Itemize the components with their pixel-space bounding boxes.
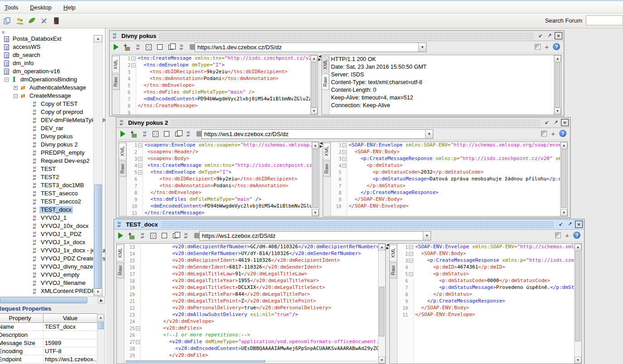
submit-request-button[interactable] [119,130,127,138]
tree-item-vyvoj-10x-docx[interactable]: SOAPVYVOJ_10x_docx [0,222,93,230]
recreate-request-button[interactable] [149,232,158,240]
create-empty-button[interactable] [162,130,171,138]
column-header-value[interactable]: Value [43,314,97,323]
editor-scrollbar[interactable]: ▲▼ [312,142,319,216]
help-icon[interactable]: ? [553,43,560,50]
window-title-bar[interactable]: SOAPTEST_docx↙↗✕ [114,219,584,230]
fold-collapse-icon[interactable]: − [409,245,413,249]
split-layout-icon[interactable] [555,232,561,238]
maximize-window-icon[interactable]: ↗ [552,119,560,126]
property-value[interactable]: 15989 [43,339,97,347]
tab-xml[interactable]: XML [323,143,331,160]
tree-expander-icon[interactable]: − [5,78,9,82]
tree-expander-icon[interactable]: + [14,86,18,90]
endpoint-url[interactable]: https://ws1.czebox.cz/DS/dz [200,232,423,239]
close-window-icon[interactable]: ✕ [575,221,583,228]
search-forum-input[interactable] [586,15,623,25]
tree-item-predpr-empty[interactable]: SOAPPREDPR_empty [0,149,93,157]
scrollbar-thumb[interactable] [98,322,104,329]
property-value[interactable]: https://ws1.czebox... [43,355,97,364]
splitter-collapse-right-icon[interactable]: ▶ [319,145,323,148]
scroll-down-icon[interactable]: ▼ [561,209,567,216]
tree-item-copy-of-test[interactable]: SOAPCopy of TEST [0,100,93,108]
tab-xml[interactable]: XML [322,56,329,73]
copy-icon[interactable] [3,16,12,25]
server-icon[interactable] [52,16,61,25]
tab-raw[interactable]: Raw [323,161,331,177]
scroll-up-icon[interactable]: ▲ [94,35,102,43]
tree-expander-icon[interactable]: − [14,94,18,98]
menu-item-help[interactable]: Help [63,4,76,11]
fold-collapse-icon[interactable]: − [138,170,142,175]
split-layout-icon[interactable] [541,131,547,137]
tree-item-test-docx[interactable]: SOAPTEST_docx [0,206,93,214]
soap-action-icon[interactable]: SOAP [134,43,142,51]
tree-item-dm-info[interactable]: dm_info [0,59,93,67]
tree-item-db-search[interactable]: db_search [0,51,93,59]
dropdown-arrow-icon[interactable]: ▼ [418,43,426,52]
column-header-property[interactable]: Property [0,314,43,323]
fold-collapse-icon[interactable]: − [131,63,135,67]
tab-xml[interactable]: XML [112,56,120,73]
soap-action2-icon[interactable]: SOAP [177,43,186,51]
create-empty-button[interactable] [160,232,168,240]
add-to-testcase-button[interactable] [127,232,136,240]
request-xml-content[interactable]: <soapenv:Envelope xmlns:soapenv="http://… [143,142,312,216]
endpoint-url[interactable]: https://ws1.dev.czebox.cz/DS/dz [202,131,425,137]
tree-item-copy-of-preprod[interactable]: SOAPCopy of preprod [0,108,93,116]
add-endpoint-icon[interactable]: + [551,131,555,137]
tree-item-test2[interactable]: SOAPTEST2 [0,173,93,181]
window-title-bar[interactable]: SOAPDivny pokus 2↙↗✕ [116,118,570,128]
tree-item-test[interactable]: SOAPTEST [0,165,93,173]
editor-scrollbar[interactable]: ▲▼ [560,142,567,216]
recreate-request-button[interactable] [144,43,153,51]
add-endpoint-icon[interactable]: + [545,44,549,50]
scroll-up-icon[interactable]: ▲ [379,244,385,251]
scroll-down-icon[interactable]: ▼ [312,209,319,216]
tree-item-test-asecco[interactable]: SOAPTEST_asecco [0,189,93,198]
scroll-up-icon[interactable]: ▲ [312,142,319,149]
add-endpoint-icon[interactable]: + [565,232,569,238]
tree-item-divny-pokus[interactable]: SOAPDivny pokus [0,132,93,141]
close-window-icon[interactable]: ✕ [561,119,569,126]
scrollbar-thumb[interactable] [311,62,316,108]
tree-item-request-dev-esp2[interactable]: SOAPRequest Dev-esp2 [0,157,93,165]
tools-icon[interactable] [39,16,48,25]
property-value[interactable]: TEST_docx [43,323,97,331]
fold-collapse-icon[interactable]: − [131,57,135,61]
tree-item-test-asecco2[interactable]: SOAPTEST_asecco2 [0,198,93,206]
fold-collapse-icon[interactable]: − [138,143,142,147]
soap-action2-icon[interactable]: SOAP [182,232,190,240]
minimize-window-icon[interactable]: ↙ [537,32,544,39]
endpoint-combo[interactable]: https://ws1.dev.czebox.cz/DS/dz▼ [195,43,427,52]
tab-xml[interactable]: XML [390,245,397,261]
add-to-testcase-button[interactable] [123,43,131,51]
fold-collapse-icon[interactable]: − [342,143,346,147]
splitter-collapse-right-icon[interactable]: ▶ [386,246,389,250]
endpoint-url[interactable]: https://ws1.dev.czebox.cz/DS/dz [195,44,418,51]
tree-item-vyvoj-divny-nazev[interactable]: SOAPVYVOJ_divny_nazev [0,263,93,271]
submit-request-button[interactable] [112,43,120,51]
tab-raw[interactable]: Raw [117,262,124,279]
panel-splitter[interactable]: ◀▶ [386,243,389,364]
fold-collapse-icon[interactable]: − [136,340,140,344]
dropdown-arrow-icon[interactable]: ▼ [425,130,433,138]
scrollbar-thumb[interactable] [312,149,318,208]
scrollbar-thumb[interactable] [94,184,102,288]
tree-item-vyvoj-1-pdz[interactable]: SOAPVYVOJ_1_PDZ [0,230,93,238]
navigator-menu-icon[interactable]: ≡ [2,29,5,35]
tree-item-dmoperationsbinding[interactable]: −IdmOperationsBinding [0,76,93,84]
users-icon[interactable] [15,16,24,25]
fold-collapse-icon[interactable]: − [409,252,413,256]
tree-item-vyvoj-1[interactable]: SOAPVYVOJ_1 [0,214,93,222]
tab-raw[interactable]: Raw [119,161,126,177]
fold-collapse-icon[interactable]: − [138,157,142,161]
property-value[interactable]: UTF-8 [43,347,97,355]
maximize-window-icon[interactable]: ↗ [566,221,574,228]
clone-request-button[interactable] [166,43,175,51]
panel-splitter[interactable]: ◀▶ [318,55,321,115]
fold-collapse-icon[interactable]: − [409,272,413,276]
help-icon[interactable]: ? [573,232,580,239]
dropdown-arrow-icon[interactable]: ▼ [423,232,431,240]
create-empty-button[interactable] [155,43,164,51]
